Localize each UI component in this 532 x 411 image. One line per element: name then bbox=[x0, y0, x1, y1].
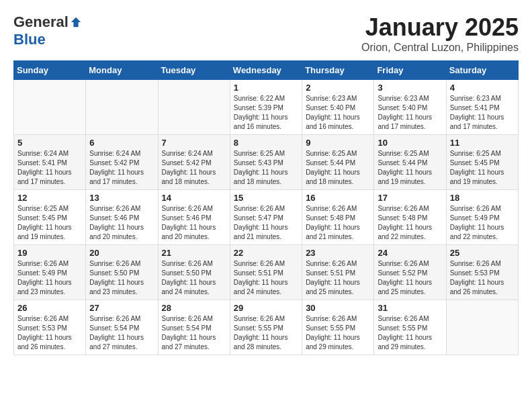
day-number: 1 bbox=[234, 83, 298, 93]
logo-general-text: General bbox=[13, 13, 69, 31]
calendar-cell: 22Sunrise: 6:26 AMSunset: 5:51 PMDayligh… bbox=[230, 245, 302, 300]
day-number: 28 bbox=[162, 303, 226, 313]
day-number: 20 bbox=[89, 248, 154, 258]
day-number: 23 bbox=[306, 248, 370, 258]
day-info: Sunrise: 6:25 AMSunset: 5:44 PMDaylight:… bbox=[306, 149, 370, 187]
day-number: 18 bbox=[450, 193, 515, 203]
calendar-cell: 29Sunrise: 6:26 AMSunset: 5:55 PMDayligh… bbox=[230, 300, 302, 355]
day-number: 5 bbox=[17, 138, 82, 148]
day-number: 21 bbox=[162, 248, 226, 258]
day-info: Sunrise: 6:26 AMSunset: 5:55 PMDaylight:… bbox=[378, 314, 442, 352]
month-title: January 2025 bbox=[361, 13, 519, 42]
logo-icon bbox=[70, 16, 82, 28]
calendar-week-row: 5Sunrise: 6:24 AMSunset: 5:41 PMDaylight… bbox=[14, 135, 519, 190]
day-number: 30 bbox=[306, 303, 370, 313]
day-info: Sunrise: 6:26 AMSunset: 5:46 PMDaylight:… bbox=[162, 204, 226, 242]
day-info: Sunrise: 6:24 AMSunset: 5:42 PMDaylight:… bbox=[162, 149, 226, 187]
day-info: Sunrise: 6:24 AMSunset: 5:41 PMDaylight:… bbox=[17, 149, 82, 187]
day-info: Sunrise: 6:26 AMSunset: 5:46 PMDaylight:… bbox=[89, 204, 154, 242]
weekday-header-saturday: Saturday bbox=[446, 61, 518, 80]
weekday-header-friday: Friday bbox=[374, 61, 446, 80]
day-info: Sunrise: 6:26 AMSunset: 5:51 PMDaylight:… bbox=[306, 259, 370, 297]
calendar-cell: 16Sunrise: 6:26 AMSunset: 5:48 PMDayligh… bbox=[302, 190, 374, 245]
day-number: 17 bbox=[378, 193, 442, 203]
day-info: Sunrise: 6:26 AMSunset: 5:47 PMDaylight:… bbox=[234, 204, 298, 242]
calendar-cell: 17Sunrise: 6:26 AMSunset: 5:48 PMDayligh… bbox=[374, 190, 446, 245]
calendar-week-row: 1Sunrise: 6:22 AMSunset: 5:39 PMDaylight… bbox=[14, 80, 519, 135]
calendar-cell: 1Sunrise: 6:22 AMSunset: 5:39 PMDaylight… bbox=[230, 80, 302, 135]
day-number: 6 bbox=[89, 138, 154, 148]
calendar-cell: 28Sunrise: 6:26 AMSunset: 5:54 PMDayligh… bbox=[158, 300, 230, 355]
calendar-cell bbox=[14, 80, 86, 135]
day-info: Sunrise: 6:26 AMSunset: 5:54 PMDaylight:… bbox=[89, 314, 154, 352]
day-info: Sunrise: 6:24 AMSunset: 5:42 PMDaylight:… bbox=[89, 149, 154, 187]
calendar-cell: 25Sunrise: 6:26 AMSunset: 5:53 PMDayligh… bbox=[446, 245, 518, 300]
day-number: 13 bbox=[89, 193, 154, 203]
location-title: Orion, Central Luzon, Philippines bbox=[361, 42, 519, 54]
calendar-cell bbox=[86, 80, 158, 135]
calendar-cell: 20Sunrise: 6:26 AMSunset: 5:50 PMDayligh… bbox=[86, 245, 158, 300]
calendar-cell: 4Sunrise: 6:23 AMSunset: 5:41 PMDaylight… bbox=[446, 80, 518, 135]
day-info: Sunrise: 6:26 AMSunset: 5:52 PMDaylight:… bbox=[378, 259, 442, 297]
day-info: Sunrise: 6:26 AMSunset: 5:53 PMDaylight:… bbox=[450, 259, 515, 297]
day-number: 12 bbox=[17, 193, 82, 203]
day-number: 25 bbox=[450, 248, 515, 258]
day-info: Sunrise: 6:26 AMSunset: 5:55 PMDaylight:… bbox=[306, 314, 370, 352]
calendar-week-row: 12Sunrise: 6:25 AMSunset: 5:45 PMDayligh… bbox=[14, 190, 519, 245]
day-info: Sunrise: 6:23 AMSunset: 5:40 PMDaylight:… bbox=[306, 94, 370, 132]
day-number: 10 bbox=[378, 138, 442, 148]
day-number: 24 bbox=[378, 248, 442, 258]
day-number: 14 bbox=[162, 193, 226, 203]
day-info: Sunrise: 6:26 AMSunset: 5:54 PMDaylight:… bbox=[162, 314, 226, 352]
calendar-cell: 5Sunrise: 6:24 AMSunset: 5:41 PMDaylight… bbox=[14, 135, 86, 190]
day-info: Sunrise: 6:26 AMSunset: 5:49 PMDaylight:… bbox=[450, 204, 515, 242]
calendar-cell: 3Sunrise: 6:23 AMSunset: 5:40 PMDaylight… bbox=[374, 80, 446, 135]
svg-marker-0 bbox=[71, 17, 81, 27]
calendar-cell bbox=[446, 300, 518, 355]
calendar-cell: 12Sunrise: 6:25 AMSunset: 5:45 PMDayligh… bbox=[14, 190, 86, 245]
day-number: 22 bbox=[234, 248, 298, 258]
day-info: Sunrise: 6:25 AMSunset: 5:43 PMDaylight:… bbox=[234, 149, 298, 187]
calendar-cell: 6Sunrise: 6:24 AMSunset: 5:42 PMDaylight… bbox=[86, 135, 158, 190]
day-info: Sunrise: 6:26 AMSunset: 5:49 PMDaylight:… bbox=[17, 259, 82, 297]
calendar-cell: 31Sunrise: 6:26 AMSunset: 5:55 PMDayligh… bbox=[374, 300, 446, 355]
day-number: 7 bbox=[162, 138, 226, 148]
day-info: Sunrise: 6:25 AMSunset: 5:45 PMDaylight:… bbox=[450, 149, 515, 187]
calendar-cell: 15Sunrise: 6:26 AMSunset: 5:47 PMDayligh… bbox=[230, 190, 302, 245]
calendar-cell: 8Sunrise: 6:25 AMSunset: 5:43 PMDaylight… bbox=[230, 135, 302, 190]
weekday-header-monday: Monday bbox=[86, 61, 158, 80]
day-info: Sunrise: 6:25 AMSunset: 5:44 PMDaylight:… bbox=[378, 149, 442, 187]
calendar-cell: 27Sunrise: 6:26 AMSunset: 5:54 PMDayligh… bbox=[86, 300, 158, 355]
calendar-cell: 30Sunrise: 6:26 AMSunset: 5:55 PMDayligh… bbox=[302, 300, 374, 355]
day-info: Sunrise: 6:26 AMSunset: 5:50 PMDaylight:… bbox=[89, 259, 154, 297]
day-number: 8 bbox=[234, 138, 298, 148]
calendar-cell: 9Sunrise: 6:25 AMSunset: 5:44 PMDaylight… bbox=[302, 135, 374, 190]
calendar-cell: 11Sunrise: 6:25 AMSunset: 5:45 PMDayligh… bbox=[446, 135, 518, 190]
calendar-cell: 13Sunrise: 6:26 AMSunset: 5:46 PMDayligh… bbox=[86, 190, 158, 245]
calendar-cell: 21Sunrise: 6:26 AMSunset: 5:50 PMDayligh… bbox=[158, 245, 230, 300]
logo: General Blue bbox=[13, 13, 82, 48]
day-info: Sunrise: 6:22 AMSunset: 5:39 PMDaylight:… bbox=[234, 94, 298, 132]
calendar-cell: 7Sunrise: 6:24 AMSunset: 5:42 PMDaylight… bbox=[158, 135, 230, 190]
calendar-cell: 24Sunrise: 6:26 AMSunset: 5:52 PMDayligh… bbox=[374, 245, 446, 300]
calendar-cell: 18Sunrise: 6:26 AMSunset: 5:49 PMDayligh… bbox=[446, 190, 518, 245]
day-number: 26 bbox=[17, 303, 82, 313]
day-number: 29 bbox=[234, 303, 298, 313]
day-number: 2 bbox=[306, 83, 370, 93]
header: General Blue January 2025 Orion, Central… bbox=[13, 13, 519, 54]
calendar-cell: 10Sunrise: 6:25 AMSunset: 5:44 PMDayligh… bbox=[374, 135, 446, 190]
day-number: 4 bbox=[450, 83, 515, 93]
day-info: Sunrise: 6:26 AMSunset: 5:51 PMDaylight:… bbox=[234, 259, 298, 297]
weekday-header-thursday: Thursday bbox=[302, 61, 374, 80]
day-number: 3 bbox=[378, 83, 442, 93]
day-info: Sunrise: 6:26 AMSunset: 5:48 PMDaylight:… bbox=[306, 204, 370, 242]
day-info: Sunrise: 6:23 AMSunset: 5:40 PMDaylight:… bbox=[378, 94, 442, 132]
day-number: 11 bbox=[450, 138, 515, 148]
calendar-week-row: 26Sunrise: 6:26 AMSunset: 5:53 PMDayligh… bbox=[14, 300, 519, 355]
weekday-header-row: SundayMondayTuesdayWednesdayThursdayFrid… bbox=[14, 61, 519, 80]
title-block: January 2025 Orion, Central Luzon, Phili… bbox=[361, 13, 519, 54]
calendar-cell: 14Sunrise: 6:26 AMSunset: 5:46 PMDayligh… bbox=[158, 190, 230, 245]
day-info: Sunrise: 6:26 AMSunset: 5:55 PMDaylight:… bbox=[234, 314, 298, 352]
calendar-cell: 2Sunrise: 6:23 AMSunset: 5:40 PMDaylight… bbox=[302, 80, 374, 135]
day-number: 16 bbox=[306, 193, 370, 203]
